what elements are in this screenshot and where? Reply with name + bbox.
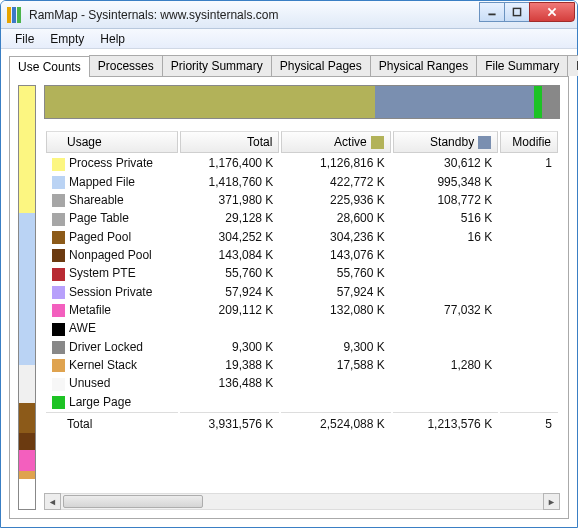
total-row: Total3,931,576 K2,524,088 K1,213,576 K5 bbox=[46, 412, 558, 432]
window-controls bbox=[480, 2, 575, 22]
scroll-track[interactable] bbox=[61, 493, 543, 510]
col-total[interactable]: Total bbox=[180, 131, 279, 153]
row-swatch-icon bbox=[52, 323, 65, 336]
menu-empty[interactable]: Empty bbox=[42, 30, 92, 48]
content: Use Counts Processes Priority Summary Ph… bbox=[1, 49, 577, 527]
table-row[interactable]: Metafile209,112 K132,080 K77,032 K bbox=[46, 302, 558, 318]
app-icon bbox=[7, 7, 23, 23]
col-active[interactable]: Active bbox=[281, 131, 390, 153]
table-row[interactable]: Mapped File1,418,760 K422,772 K995,348 K bbox=[46, 174, 558, 190]
row-swatch-icon bbox=[52, 158, 65, 171]
table-row[interactable]: Driver Locked9,300 K9,300 K bbox=[46, 339, 558, 355]
window: RamMap - Sysinternals: www.sysinternals.… bbox=[0, 0, 578, 528]
tab-physical-pages[interactable]: Physical Pages bbox=[271, 55, 371, 76]
row-swatch-icon bbox=[52, 396, 65, 409]
row-swatch-icon bbox=[52, 286, 65, 299]
main-column: Usage Total Active Standby Modifie Proce… bbox=[44, 85, 560, 510]
table-row[interactable]: Page Table29,128 K28,600 K516 K bbox=[46, 210, 558, 226]
tab-physical-ranges[interactable]: Physical Ranges bbox=[370, 55, 477, 76]
table-row[interactable]: System PTE55,760 K55,760 K bbox=[46, 265, 558, 281]
menu-help[interactable]: Help bbox=[92, 30, 133, 48]
tab-panel: Usage Total Active Standby Modifie Proce… bbox=[9, 76, 569, 519]
horizontal-usage-bar bbox=[44, 85, 560, 119]
row-swatch-icon bbox=[52, 249, 65, 262]
tab-priority-summary[interactable]: Priority Summary bbox=[162, 55, 272, 76]
tab-processes[interactable]: Processes bbox=[89, 55, 163, 76]
tab-file-details[interactable]: File Details bbox=[567, 55, 578, 76]
standby-swatch-icon bbox=[478, 136, 491, 149]
tabs: Use Counts Processes Priority Summary Ph… bbox=[9, 55, 569, 76]
row-swatch-icon bbox=[52, 341, 65, 354]
active-swatch-icon bbox=[371, 136, 384, 149]
col-usage[interactable]: Usage bbox=[46, 131, 178, 153]
menu-file[interactable]: File bbox=[7, 30, 42, 48]
table-row[interactable]: Paged Pool304,252 K304,236 K16 K bbox=[46, 229, 558, 245]
titlebar[interactable]: RamMap - Sysinternals: www.sysinternals.… bbox=[1, 1, 577, 29]
table-row[interactable]: Large Page bbox=[46, 394, 558, 410]
table-row[interactable]: Session Private57,924 K57,924 K bbox=[46, 284, 558, 300]
row-swatch-icon bbox=[52, 231, 65, 244]
tab-use-counts[interactable]: Use Counts bbox=[9, 56, 90, 77]
window-title: RamMap - Sysinternals: www.sysinternals.… bbox=[29, 8, 480, 22]
vertical-usage-bar bbox=[18, 85, 36, 510]
scroll-left-button[interactable]: ◄ bbox=[44, 493, 61, 510]
table-row[interactable]: Unused136,488 K bbox=[46, 375, 558, 391]
row-swatch-icon bbox=[52, 304, 65, 317]
scroll-right-button[interactable]: ► bbox=[543, 493, 560, 510]
svg-rect-1 bbox=[513, 8, 520, 15]
row-swatch-icon bbox=[52, 176, 65, 189]
table-row[interactable]: Process Private1,176,400 K1,126,816 K30,… bbox=[46, 155, 558, 171]
minimize-button[interactable] bbox=[479, 2, 505, 22]
horizontal-scrollbar[interactable]: ◄ ► bbox=[44, 493, 560, 510]
maximize-button[interactable] bbox=[504, 2, 530, 22]
table-row[interactable]: Nonpaged Pool143,084 K143,076 K bbox=[46, 247, 558, 263]
row-swatch-icon bbox=[52, 359, 65, 372]
table-row[interactable]: Kernel Stack19,388 K17,588 K1,280 K bbox=[46, 357, 558, 373]
row-swatch-icon bbox=[52, 378, 65, 391]
tab-file-summary[interactable]: File Summary bbox=[476, 55, 568, 76]
table-row[interactable]: Shareable371,980 K225,936 K108,772 K bbox=[46, 192, 558, 208]
menubar: File Empty Help bbox=[1, 29, 577, 49]
table-wrap: Usage Total Active Standby Modifie Proce… bbox=[44, 129, 560, 489]
row-swatch-icon bbox=[52, 213, 65, 226]
usage-table: Usage Total Active Standby Modifie Proce… bbox=[44, 129, 560, 434]
col-standby[interactable]: Standby bbox=[393, 131, 498, 153]
scroll-thumb[interactable] bbox=[63, 495, 203, 508]
row-swatch-icon bbox=[52, 268, 65, 281]
row-swatch-icon bbox=[52, 194, 65, 207]
table-row[interactable]: AWE bbox=[46, 320, 558, 336]
col-modified[interactable]: Modifie bbox=[500, 131, 558, 153]
close-button[interactable] bbox=[529, 2, 575, 22]
